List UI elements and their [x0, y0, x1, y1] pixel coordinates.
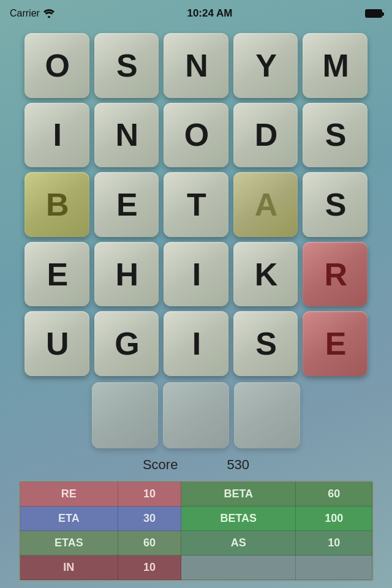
- left-score: 30: [118, 507, 181, 531]
- tile-r1-c1[interactable]: N: [94, 103, 159, 168]
- left-score: 10: [118, 482, 181, 507]
- input-tile-2: [163, 382, 229, 448]
- tile-r1-c0[interactable]: I: [24, 103, 89, 168]
- carrier-label: Carrier: [10, 8, 55, 19]
- game-area: OSNYMINODSBETASEHIKRUGISE Score 530 RE10…: [0, 27, 392, 588]
- left-word: RE: [20, 482, 118, 507]
- input-tile-1: [92, 382, 158, 448]
- tile-r0-c3[interactable]: Y: [233, 33, 298, 98]
- tile-r0-c0[interactable]: O: [24, 33, 89, 98]
- tile-r3-c1[interactable]: H: [94, 242, 159, 307]
- table-row: ETAS60AS10: [20, 531, 372, 556]
- table-row: RE10BETA60: [20, 482, 372, 507]
- score-label: Score: [143, 457, 178, 473]
- left-score: 10: [118, 556, 181, 580]
- tile-r4-c3[interactable]: S: [233, 311, 298, 376]
- tile-r4-c4[interactable]: E: [303, 311, 368, 376]
- tile-r0-c1[interactable]: S: [94, 33, 159, 98]
- tile-r3-c4[interactable]: R: [303, 242, 368, 307]
- tile-r1-c4[interactable]: S: [303, 103, 368, 168]
- tile-r2-c4[interactable]: S: [303, 172, 368, 237]
- table-row: ETA30BETAS100: [20, 507, 372, 531]
- tile-r0-c2[interactable]: N: [164, 33, 228, 98]
- tile-r0-c4[interactable]: M: [303, 33, 368, 98]
- right-score: 10: [296, 531, 372, 556]
- svg-point-0: [48, 16, 50, 18]
- status-bar: Carrier 10:24 AM: [0, 0, 392, 27]
- left-word: ETAS: [20, 531, 118, 556]
- right-word: AS: [181, 531, 296, 556]
- left-word: IN: [20, 556, 118, 580]
- tile-r1-c2[interactable]: O: [164, 103, 228, 168]
- tile-r3-c0[interactable]: E: [24, 242, 89, 307]
- tile-r4-c0[interactable]: U: [24, 311, 89, 376]
- right-score: 60: [296, 482, 372, 507]
- right-score: [296, 556, 372, 580]
- right-word: BETA: [181, 482, 296, 507]
- letter-grid: OSNYMINODSBETASEHIKRUGISE: [24, 33, 368, 376]
- tile-r2-c0[interactable]: B: [24, 172, 89, 237]
- input-row: [92, 382, 300, 448]
- left-score: 60: [118, 531, 181, 556]
- tile-r3-c3[interactable]: K: [233, 242, 298, 307]
- tile-r1-c3[interactable]: D: [233, 103, 298, 168]
- tile-r4-c1[interactable]: G: [94, 311, 159, 376]
- left-word: ETA: [20, 507, 118, 531]
- status-time: 10:24 AM: [187, 7, 232, 20]
- right-word: BETAS: [181, 507, 296, 531]
- scores-table: RE10BETA60ETA30BETAS100ETAS60AS10IN10: [20, 481, 372, 580]
- tile-r2-c3[interactable]: A: [233, 172, 298, 237]
- input-tile-3: [234, 382, 300, 448]
- carrier-text: Carrier: [10, 8, 40, 19]
- score-value: 530: [227, 457, 249, 473]
- right-score: 100: [296, 507, 372, 531]
- score-row: Score 530: [24, 457, 368, 473]
- tile-r3-c2[interactable]: I: [164, 242, 228, 307]
- right-word: [181, 556, 296, 580]
- table-row: IN10: [20, 556, 372, 580]
- scores-table-wrapper: RE10BETA60ETA30BETAS100ETAS60AS10IN10: [18, 480, 374, 581]
- wifi-icon: [43, 9, 55, 18]
- tile-r4-c2[interactable]: I: [164, 311, 228, 376]
- tile-r2-c1[interactable]: E: [94, 172, 159, 237]
- battery-icon: [365, 9, 382, 18]
- tile-r2-c2[interactable]: T: [164, 172, 228, 237]
